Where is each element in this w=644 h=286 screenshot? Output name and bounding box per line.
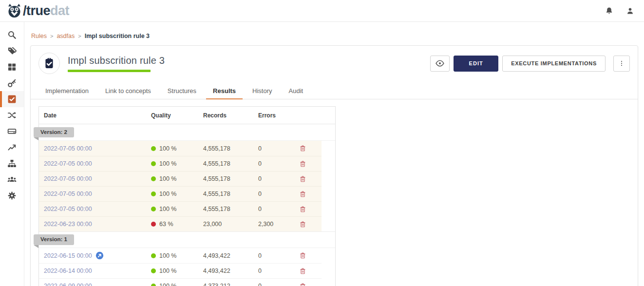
users-icon xyxy=(7,175,17,184)
promoted-arrow-icon[interactable] xyxy=(95,251,104,260)
result-row: 2022-06-23 00:0063 %23,0002,300 xyxy=(39,216,322,231)
version-group-row: Version: 1 xyxy=(39,231,335,248)
result-date-link[interactable]: 2022-07-05 00:00 xyxy=(44,160,92,167)
results-table-body: Version: 22022-07-05 00:00100 %4,555,178… xyxy=(39,124,335,286)
sidebar-item-grid[interactable] xyxy=(0,59,24,75)
sitemap-icon xyxy=(7,159,17,168)
result-date-link[interactable]: 2022-07-05 00:00 xyxy=(44,206,92,212)
quality-status-dot xyxy=(151,176,156,181)
sidebar-item-chart[interactable] xyxy=(0,139,24,155)
quality-status-dot xyxy=(151,207,156,211)
result-row: 2022-07-05 00:00100 %4,555,1780 xyxy=(39,201,322,216)
quality-value: 100 % xyxy=(159,267,176,274)
records-value: 23,000 xyxy=(198,221,253,228)
grid-icon xyxy=(7,62,17,72)
quality-value: 100 % xyxy=(159,160,176,167)
result-date-link[interactable]: 2022-07-05 00:00 xyxy=(44,145,92,152)
column-header-records: Records xyxy=(198,112,253,119)
owl-logo-icon xyxy=(7,3,22,19)
quality-value: 100 % xyxy=(159,283,176,286)
user-profile-icon[interactable] xyxy=(626,7,634,15)
preview-button[interactable] xyxy=(430,56,450,72)
quality-status-dot xyxy=(151,161,156,166)
delete-result-button[interactable] xyxy=(299,267,306,275)
result-date-link[interactable]: 2022-06-23 00:00 xyxy=(44,221,92,228)
result-date-link[interactable]: 2022-06-09 00:00 xyxy=(44,283,92,286)
sidebar-item-users[interactable] xyxy=(0,172,24,188)
delete-result-button[interactable] xyxy=(299,283,306,286)
main-content: Rules>asdfas>Impl subscrition rule 3 Imp… xyxy=(24,22,644,286)
result-date-link[interactable]: 2022-06-14 00:00 xyxy=(44,267,92,274)
errors-value: 0 xyxy=(253,160,292,167)
execute-implementations-button[interactable]: EXECUTE IMPLEMENTATIONS xyxy=(502,56,606,72)
quality-status-dot xyxy=(151,222,156,227)
result-date-link[interactable]: 2022-07-05 00:00 xyxy=(44,175,92,182)
sidebar-item-shuffle[interactable] xyxy=(0,107,24,123)
breadcrumb-separator: > xyxy=(50,33,53,39)
version-group-row: Version: 2 xyxy=(39,124,335,141)
drive-icon xyxy=(7,127,17,136)
rule-actions: EDIT EXECUTE IMPLEMENTATIONS xyxy=(430,56,630,72)
title-underline xyxy=(68,70,151,72)
result-date-link[interactable]: 2022-06-15 00:00 xyxy=(44,252,92,259)
errors-value: 2,300 xyxy=(253,221,292,228)
records-value: 4,555,178 xyxy=(198,160,253,167)
tab-history[interactable]: History xyxy=(246,83,279,99)
chart-icon xyxy=(7,143,17,152)
sidebar xyxy=(0,22,24,286)
sidebar-item-key[interactable] xyxy=(0,75,24,91)
truedat-logo[interactable]: /truedat xyxy=(7,3,69,19)
column-header-quality: Quality xyxy=(146,112,198,119)
sidebar-item-drive[interactable] xyxy=(0,123,24,139)
results-table: DateQualityRecordsErrors Version: 22022-… xyxy=(38,106,336,286)
rule-avatar xyxy=(38,53,60,74)
quality-value: 100 % xyxy=(159,252,176,259)
tab-link-to-concepts[interactable]: Link to concepts xyxy=(98,83,158,99)
delete-result-button[interactable] xyxy=(299,221,306,228)
eye-icon xyxy=(436,59,444,68)
delete-result-button[interactable] xyxy=(299,252,306,259)
records-value: 4,555,178 xyxy=(198,175,253,182)
breadcrumb-link-asdfas[interactable]: asdfas xyxy=(57,33,75,39)
records-value: 4,493,422 xyxy=(198,252,253,259)
clipboard-check-icon xyxy=(43,57,56,70)
sidebar-item-tags[interactable] xyxy=(0,43,24,59)
tab-audit[interactable]: Audit xyxy=(282,83,310,99)
more-options-button[interactable] xyxy=(613,56,630,72)
errors-value: 0 xyxy=(253,191,292,197)
tab-results[interactable]: Results xyxy=(206,83,243,99)
errors-value: 0 xyxy=(253,283,292,286)
topbar: /truedat xyxy=(0,0,644,22)
notifications-bell-icon[interactable] xyxy=(605,7,613,15)
breadcrumb-link-rules[interactable]: Rules xyxy=(31,33,47,39)
quality-status-dot xyxy=(151,146,156,151)
records-value: 4,555,178 xyxy=(198,191,253,197)
tab-implementation[interactable]: Implementation xyxy=(38,83,95,99)
tab-structures[interactable]: Structures xyxy=(161,83,203,99)
delete-result-button[interactable] xyxy=(299,175,306,183)
delete-result-button[interactable] xyxy=(299,160,306,168)
delete-result-button[interactable] xyxy=(299,206,306,213)
result-row: 2022-06-14 00:00100 %4,493,4220 xyxy=(39,263,322,278)
quality-value: 100 % xyxy=(159,191,176,197)
tags-icon xyxy=(7,46,17,56)
quality-value: 100 % xyxy=(159,206,176,212)
key-icon xyxy=(7,78,17,88)
search-icon xyxy=(7,30,17,39)
sidebar-item-check-square[interactable] xyxy=(0,91,24,107)
version-badge: Version: 2 xyxy=(34,127,74,138)
result-row: 2022-07-05 00:00100 %4,555,1780 xyxy=(39,186,322,201)
version-badge: Version: 1 xyxy=(34,234,74,245)
edit-button[interactable]: EDIT xyxy=(454,56,498,72)
sidebar-item-gear[interactable] xyxy=(0,188,24,204)
result-date-link[interactable]: 2022-07-05 00:00 xyxy=(44,191,92,197)
delete-result-button[interactable] xyxy=(299,145,306,152)
rule-tabs: ImplementationLink to conceptsStructures… xyxy=(31,83,638,99)
sidebar-item-search[interactable] xyxy=(0,27,24,43)
rule-card-header: Impl subscrition rule 3 EDIT EXECUTE IMP… xyxy=(31,46,638,74)
rule-card: Impl subscrition rule 3 EDIT EXECUTE IMP… xyxy=(30,45,638,286)
records-value: 4,373,212 xyxy=(198,283,253,286)
quality-value: 100 % xyxy=(159,145,176,152)
delete-result-button[interactable] xyxy=(299,191,306,198)
sidebar-item-sitemap[interactable] xyxy=(0,155,24,172)
